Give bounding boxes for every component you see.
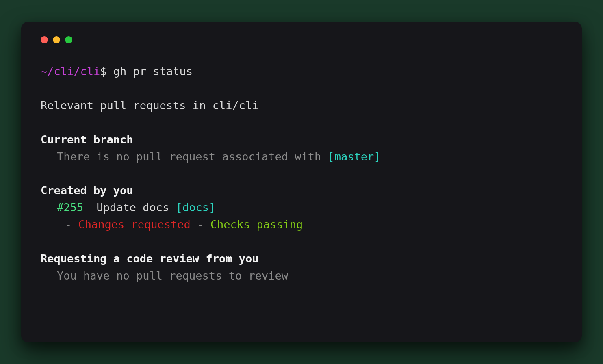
pr-status-line: - Changes requested - Checks passing — [41, 216, 562, 233]
status-sep: - — [191, 218, 210, 231]
section-header-current-branch: Current branch — [41, 131, 562, 148]
review-body: You have no pull requests to review — [41, 267, 562, 284]
section-requesting-review: Requesting a code review from you You ha… — [41, 250, 562, 284]
close-button[interactable] — [41, 36, 48, 43]
section-current-branch: Current branch There is no pull request … — [41, 131, 562, 165]
status-dash-1: - — [65, 218, 78, 231]
maximize-button[interactable] — [65, 36, 72, 43]
prompt-line: ~/cli/cli$ gh pr status — [41, 63, 562, 80]
current-branch-name: [master] — [328, 150, 380, 163]
section-created-by-you: Created by you #255 Update docs [docs] -… — [41, 182, 562, 233]
status-changes-requested: Changes requested — [78, 218, 191, 231]
window-controls — [41, 36, 562, 43]
command-text: gh pr status — [113, 65, 193, 78]
prompt-dollar: $ — [100, 65, 106, 78]
terminal-window: ~/cli/cli$ gh pr status Relevant pull re… — [21, 22, 582, 342]
pr-number: #255 — [57, 201, 83, 214]
section-header-created: Created by you — [41, 182, 562, 199]
pr-line: #255 Update docs [docs] — [41, 199, 562, 216]
pr-branch: [docs] — [176, 201, 216, 214]
prompt-path: ~/cli/cli — [41, 65, 100, 78]
terminal-content[interactable]: ~/cli/cli$ gh pr status Relevant pull re… — [41, 63, 562, 284]
pr-title: Update docs — [97, 201, 169, 214]
section-header-review: Requesting a code review from you — [41, 250, 562, 267]
current-branch-body: There is no pull request associated with… — [41, 148, 562, 165]
summary-line: Relevant pull requests in cli/cli — [41, 97, 562, 114]
minimize-button[interactable] — [53, 36, 60, 43]
status-checks-passing: Checks passing — [210, 218, 303, 231]
review-text: You have no pull requests to review — [57, 269, 288, 282]
current-branch-text: There is no pull request associated with — [57, 150, 328, 163]
